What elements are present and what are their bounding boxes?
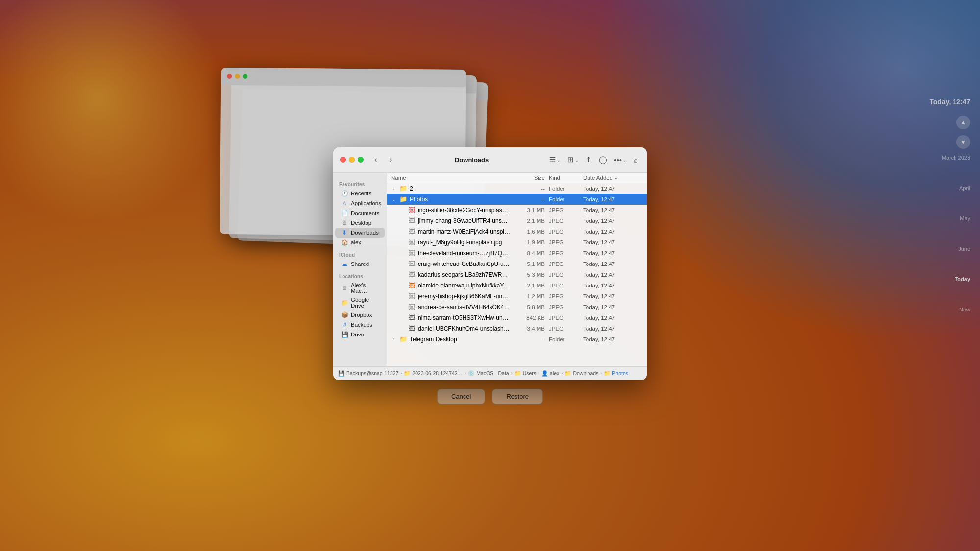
view-chevron-icon: ⌄ [557,157,561,163]
file-name-nima: nima-sarram-tO5HS3TXwHw-unsplash.jpg [418,314,511,321]
col-header-size[interactable]: Size [511,175,545,181]
file-row-rayul[interactable]: 🖼 rayul-_M6gy9oHgll-unsplash.jpg 1,9 MB … [387,237,647,248]
alex-icon: 🏠 [341,239,348,246]
file-row-kadarius[interactable]: 🖼 kadarius-seegars-LBa9zh7EWRU-unsplash.… [387,269,647,280]
breadcrumb-downloads[interactable]: 📁 Downloads [564,370,598,377]
file-row-andrea[interactable]: 🖼 andrea-de-santis-dVV4H64sOK4-unsplash.… [387,302,647,312]
file-date-daniel: Today, 12:47 [579,326,643,332]
file-kind-kadarius: JPEG [545,272,579,278]
forward-button[interactable]: › [385,154,396,165]
file-name-olamide: olamide-olanrewaju-lpbxNufkkaY-unsplash.… [418,282,511,289]
file-date-jeremy: Today, 12:47 [579,293,643,299]
sidebar-item-desktop[interactable]: 🖥 Desktop [335,218,385,228]
bc-arrow-1: › [400,371,402,376]
sidebar-item-alex[interactable]: 🏠 alex [335,238,385,247]
file-size-andrea: 5,8 MB [511,304,545,310]
file-name-cell-telegram: › 📁 Telegram Desktop [391,335,511,343]
search-button[interactable]: ⌕ [632,154,640,166]
file-row-olamide[interactable]: 🖼 olamide-olanrewaju-lpbxNufkkaY-unsplas… [387,280,647,291]
minimize-button[interactable] [349,157,355,163]
sidebar-item-alexs-mac[interactable]: 🖥 Alex's Mac… [335,281,385,295]
expand-btn-photos[interactable]: ⌄ [391,196,397,202]
sidebar-item-recents[interactable]: 🕐 Recents [335,189,385,198]
file-date-cleveland: Today, 12:47 [579,250,643,256]
sidebar-item-drive[interactable]: 💾 Drive [335,330,385,339]
file-row-photos[interactable]: ⌄ 📁 Photos -- Folder Today, 12:47 [387,194,647,205]
sidebar-item-documents[interactable]: 📄 Documents [335,208,385,218]
file-date-photos: Today, 12:47 [579,196,643,202]
file-name-rayul: rayul-_M6gy9oHgll-unsplash.jpg [418,239,502,246]
col-header-kind[interactable]: Kind [545,175,579,181]
file-name-cell-olamide: 🖼 olamide-olanrewaju-lpbxNufkkaY-unsplas… [391,282,511,289]
date-bc-label: 2023-06-28-124742… [412,370,463,376]
expand-btn-telegram[interactable]: › [391,336,397,342]
sidebar-item-applications[interactable]: A Applications [335,198,385,208]
file-icon-ingo: 🖼 [408,206,416,214]
file-name-cell-rayul: 🖼 rayul-_M6gy9oHgll-unsplash.jpg [391,239,511,246]
share-button[interactable]: ⬆ [584,154,594,166]
breadcrumb-backups[interactable]: 💾 Backups@snap-11327 [338,370,398,377]
google-drive-icon: 📁 [341,299,348,306]
file-row-craig[interactable]: 🖼 craig-whitehead-GcBuJkuiCpU-unsplash.j… [387,259,647,269]
file-row-martin[interactable]: 🖼 martin-martz-W0EalFjAck4-unsplash.jpg … [387,226,647,237]
view-grid-button[interactable]: ⊞ ⌄ [565,154,581,166]
file-kind-olamide: JPEG [545,283,579,288]
tag-button[interactable]: ◯ [597,154,609,166]
sidebar-item-backups-label: Backups [351,322,372,328]
sidebar-item-downloads[interactable]: ⬇ Downloads [335,228,385,238]
file-kind-photos: Folder [545,196,579,202]
file-row-2[interactable]: › 📁 2 -- Folder Today, 12:47 [387,183,647,194]
back-button[interactable]: ‹ [370,154,381,165]
finder-sidebar: Favourites 🕐 Recents A Applications 📄 Do… [333,173,387,366]
file-row-nima[interactable]: 🖼 nima-sarram-tO5HS3TXwHw-unsplash.jpg 8… [387,312,647,323]
file-name-telegram: Telegram Desktop [410,336,457,343]
documents-icon: 📄 [341,210,348,216]
file-name-craig: craig-whitehead-GcBuJkuiCpU-unsplash.jpg [418,261,511,267]
cancel-button[interactable]: Cancel [437,389,485,404]
file-kind-2: Folder [545,186,579,192]
users-bc-label: Users [523,370,536,376]
expand-btn-2[interactable]: › [391,186,397,192]
file-kind-martin: JPEG [545,229,579,235]
col-header-date[interactable]: Date Added ⌄ [579,175,643,181]
breadcrumb-photos[interactable]: 📁 Photos [604,370,628,377]
macos-bc-label: MacOS - Data [476,370,509,376]
file-row-telegram[interactable]: › 📁 Telegram Desktop -- Folder Today, 12… [387,334,647,345]
sidebar-item-dropbox[interactable]: 📦 Dropbox [335,310,385,320]
fullscreen-button[interactable] [358,157,364,163]
more-button[interactable]: ••• ⌄ [612,154,629,166]
file-row-cleveland[interactable]: 🖼 the-cleveland-museum-…zj8f7QVw-unsplas… [387,248,647,259]
breadcrumb-users[interactable]: 📁 Users [514,370,536,377]
breadcrumb-date[interactable]: 📁 2023-06-28-124742… [404,370,463,377]
file-row-daniel[interactable]: 🖼 daniel-UBCFKhuhOm4-unsplash.jpg 3,4 MB… [387,323,647,334]
close-button[interactable] [340,157,346,163]
more-icon: ••• [614,156,622,164]
file-name-martin: martin-martz-W0EalFjAck4-unsplash.jpg [418,228,511,235]
sidebar-item-downloads-label: Downloads [351,230,379,236]
file-name-cell-jimmy: 🖼 jimmy-chang-3GwaeUlfTR4-unsplash.jpg [391,217,511,225]
breadcrumb-alex[interactable]: 👤 alex [541,370,559,377]
sidebar-item-backups[interactable]: ↺ Backups [335,320,385,330]
toolbar-actions: ☰ ⌄ ⊞ ⌄ ⬆ ◯ ••• ⌄ ⌕ [547,154,640,166]
sidebar-item-google-drive[interactable]: 📁 Google Drive [335,295,385,310]
file-kind-jeremy: JPEG [545,293,579,299]
bc-arrow-6: › [600,371,602,376]
bc-arrow-4: › [538,371,539,376]
drive-icon: 💾 [341,331,348,338]
finder-content: Favourites 🕐 Recents A Applications 📄 Do… [333,173,647,366]
file-date-kadarius: Today, 12:47 [579,272,643,278]
breadcrumb-macos[interactable]: 💿 MacOS - Data [468,370,509,377]
file-icon-daniel: 🖼 [408,325,416,333]
file-row-jimmy[interactable]: 🖼 jimmy-chang-3GwaeUlfTR4-unsplash.jpg 2… [387,216,647,226]
bc-arrow-5: › [561,371,563,376]
share-icon: ⬆ [586,155,592,164]
sidebar-item-shared[interactable]: ☁ Shared [335,259,385,269]
file-size-martin: 1,6 MB [511,229,545,235]
file-icon-2: 📁 [399,185,407,192]
restore-button[interactable]: Restore [492,389,543,404]
file-size-cleveland: 8,4 MB [511,250,545,256]
view-list-button[interactable]: ☰ ⌄ [547,154,563,166]
file-row-ingo[interactable]: 🖼 ingo-stiller-3tkxfe2GocY-unsplash.jpg … [387,205,647,216]
file-row-jeremy[interactable]: 🖼 jeremy-bishop-kjkgB66KaME-unsplash.jpg… [387,291,647,302]
col-header-name[interactable]: Name [391,175,511,181]
